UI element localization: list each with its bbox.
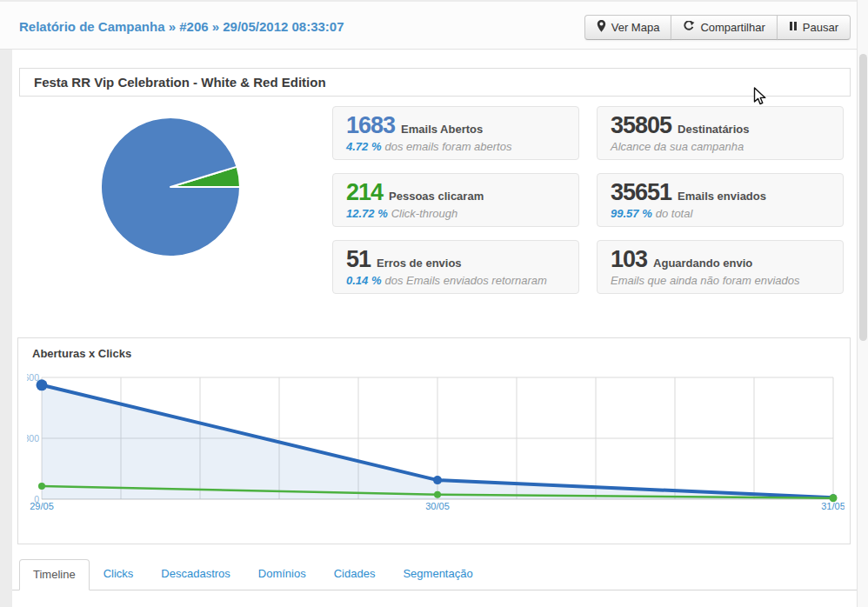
scrollbar-track[interactable] xyxy=(857,0,868,607)
y-axis-tick-label: 800 xyxy=(27,433,39,444)
share-icon xyxy=(683,21,695,35)
x-axis-tick-label: 31/05 xyxy=(821,501,845,511)
toolbar-button-group: Ver Mapa Compartilhar Pausar xyxy=(584,15,851,40)
report-tabs: Timeline Clicks Descadastros Domínios Ci… xyxy=(12,560,857,590)
stat-percent: 4.72 % xyxy=(346,140,381,153)
stat-value: 1683 xyxy=(346,112,395,138)
stat-value: 35651 xyxy=(611,179,671,205)
y-axis-tick-label: 1600 xyxy=(27,372,39,383)
stat-card: 51Erros de envios 0.14 %dos Emails envia… xyxy=(332,240,579,294)
x-axis-tick-label: 30/05 xyxy=(425,501,450,511)
pie-chart-svg xyxy=(97,114,244,260)
data-point-aberturas xyxy=(433,476,442,484)
pause-icon xyxy=(789,21,798,34)
share-icon xyxy=(683,21,695,32)
stat-percent: 0.14 % xyxy=(346,274,381,287)
stat-card: 35805Destinatários Alcance da sua campan… xyxy=(597,106,844,160)
stat-card: 103Aguardando envio Emails que ainda não… xyxy=(597,240,844,294)
stat-value: 214 xyxy=(346,179,383,205)
stats-cards-grid: 1683Emails Abertos 4.72 %dos emails fora… xyxy=(332,106,844,294)
button-pausar[interactable]: Pausar xyxy=(777,15,851,40)
stat-description: dos emails foram abertos xyxy=(384,140,511,153)
stat-label: Destinatários xyxy=(678,123,749,136)
stat-description: Click-through xyxy=(391,207,458,220)
stat-card: 35651Emails enviados 99.57 %do total xyxy=(597,173,844,227)
breadcrumb[interactable]: Relatório de Campanha » #206 » 29/05/201… xyxy=(19,19,344,34)
tab-descadastros[interactable]: Descadastros xyxy=(147,558,244,590)
map-pin-icon xyxy=(597,20,606,32)
tab-segmentação[interactable]: Segmentação xyxy=(389,558,486,590)
chart-title: Aberturas x Clicks xyxy=(18,338,850,360)
button-compartilhar[interactable]: Compartilhar xyxy=(671,15,777,40)
tab-timeline[interactable]: Timeline xyxy=(19,559,90,590)
stat-percent: 12.72 % xyxy=(346,207,388,220)
stat-description: Emails que ainda não foram enviados xyxy=(611,274,800,287)
stat-value: 103 xyxy=(611,246,647,272)
timeline-chart-panel: Aberturas x Clicks 0800160029/0530/0531/… xyxy=(17,337,851,544)
data-point-aberturas xyxy=(37,379,48,390)
opens-pie-chart xyxy=(97,114,244,260)
stat-label: Emails enviados xyxy=(678,190,766,203)
stat-label: Pessoas clicaram xyxy=(389,190,484,203)
x-axis-tick-label: 29/05 xyxy=(30,501,54,511)
stat-value: 35805 xyxy=(611,112,671,138)
tab-clicks[interactable]: Clicks xyxy=(90,558,148,590)
stat-label: Erros de envios xyxy=(377,257,462,270)
scrollbar-thumb[interactable] xyxy=(859,54,867,341)
top-header-bar: Relatório de Campanha » #206 » 29/05/201… xyxy=(0,0,868,50)
button-ver-mapa[interactable]: Ver Mapa xyxy=(584,15,672,40)
stat-percent: 99.57 % xyxy=(611,207,652,220)
stat-label: Emails Abertos xyxy=(401,123,483,136)
campaign-report-page: Relatório de Campanha » #206 » 29/05/201… xyxy=(0,0,868,607)
stat-description: dos Emails enviados retornaram xyxy=(384,274,546,287)
page-left-margin xyxy=(0,50,12,607)
stat-value: 51 xyxy=(346,246,371,272)
stat-label: Aguardando envio xyxy=(653,257,752,270)
stat-description: Alcance da sua campanha xyxy=(611,140,744,153)
pie-slice xyxy=(101,117,240,257)
data-point-clicks xyxy=(830,494,838,502)
campaign-title: Festa RR Vip Celebration - White & Red E… xyxy=(34,75,836,90)
pause-icon xyxy=(789,21,798,31)
data-point-clicks xyxy=(434,491,441,498)
data-point-clicks xyxy=(38,483,45,490)
map-pin-icon xyxy=(597,20,606,35)
campaign-title-box: Festa RR Vip Celebration - White & Red E… xyxy=(19,68,851,97)
line-chart-svg: 0800160029/0530/0531/05 xyxy=(27,366,845,512)
stat-card: 214Pessoas clicaram 12.72 %Click-through xyxy=(332,173,579,227)
tab-cidades[interactable]: Cidades xyxy=(320,558,390,590)
stat-card: 1683Emails Abertos 4.72 %dos emails fora… xyxy=(332,106,579,160)
stat-description: do total xyxy=(656,207,693,220)
tab-domínios[interactable]: Domínios xyxy=(244,558,320,590)
